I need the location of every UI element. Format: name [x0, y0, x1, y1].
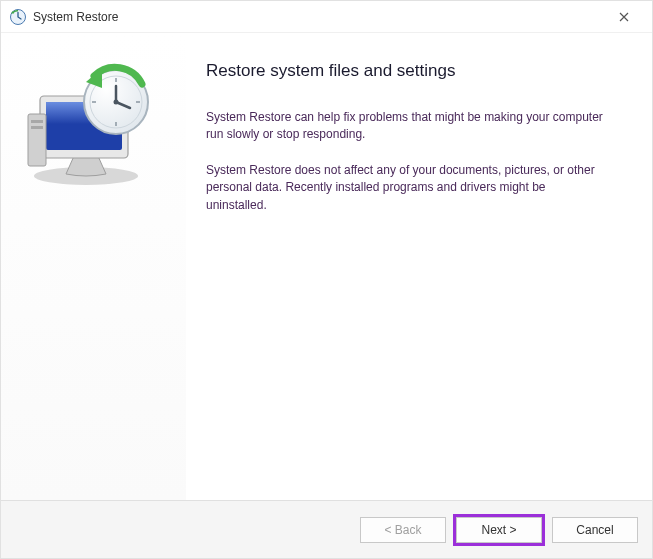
dialog-body: Restore system files and settings System…	[1, 33, 652, 500]
wizard-content: Restore system files and settings System…	[186, 33, 652, 500]
system-restore-window: System Restore	[0, 0, 653, 559]
page-heading: Restore system files and settings	[206, 61, 620, 81]
titlebar-title: System Restore	[33, 10, 604, 24]
close-icon	[619, 12, 629, 22]
cancel-button[interactable]: Cancel	[552, 517, 638, 543]
wizard-sidebar	[1, 33, 186, 500]
system-restore-icon	[9, 8, 27, 26]
close-button[interactable]	[604, 1, 644, 33]
intro-paragraph-1: System Restore can help fix problems tha…	[206, 109, 606, 144]
next-button[interactable]: Next >	[456, 517, 542, 543]
back-button[interactable]: < Back	[360, 517, 446, 543]
intro-paragraph-2: System Restore does not affect any of yo…	[206, 162, 606, 214]
svg-point-17	[114, 100, 119, 105]
system-restore-artwork-icon	[16, 58, 166, 188]
svg-rect-7	[31, 120, 43, 123]
wizard-footer: < Back Next > Cancel	[1, 500, 652, 558]
svg-rect-8	[31, 126, 43, 129]
titlebar: System Restore	[1, 1, 652, 33]
